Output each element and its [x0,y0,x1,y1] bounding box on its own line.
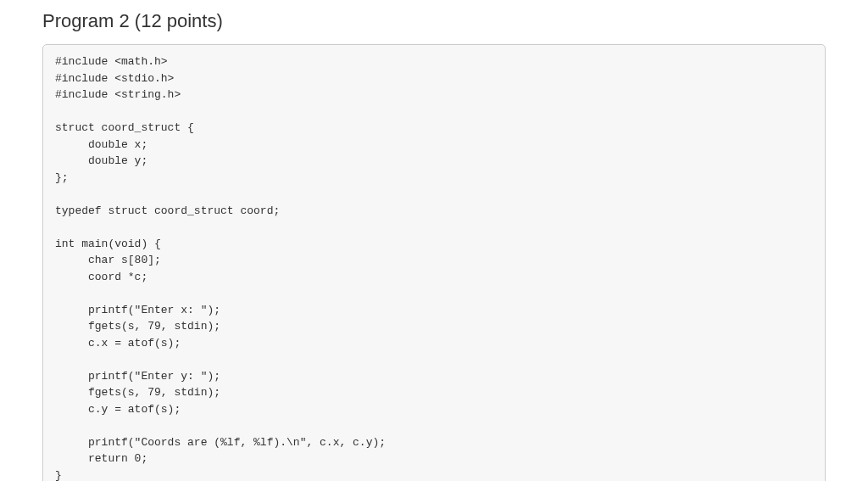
code-block: #include <math.h> #include <stdio.h> #in… [42,44,826,481]
section-heading: Program 2 (12 points) [42,10,826,32]
